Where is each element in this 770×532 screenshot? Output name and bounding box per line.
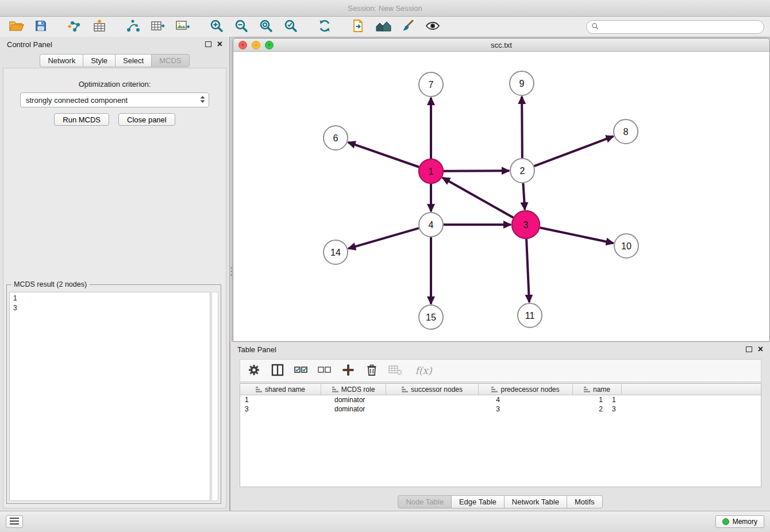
show-graphics-button[interactable] — [422, 18, 443, 36]
status-bar: Memory — [0, 511, 770, 532]
table-panel: Table Panel × f(x) shared nameMCDS roles… — [230, 342, 770, 511]
float-panel-icon[interactable] — [205, 41, 211, 47]
show-panels-button[interactable] — [6, 515, 23, 528]
graph-edge-1-6[interactable] — [348, 142, 419, 167]
column-header-predecessor-nodes[interactable]: predecessor nodes — [479, 384, 573, 395]
close-panel-icon[interactable]: × — [217, 40, 222, 48]
window-title: Session: New Session — [348, 4, 422, 13]
table-cell: 1 — [505, 395, 607, 404]
graph-node-2[interactable]: 2 — [510, 159, 534, 183]
graph-node-7[interactable]: 7 — [419, 72, 443, 97]
graph-edge-2-8[interactable] — [534, 136, 614, 166]
open-session-icon — [9, 20, 24, 34]
import-table-icon — [92, 19, 107, 34]
graph-node-10[interactable]: 10 — [614, 234, 638, 258]
save-session-button[interactable] — [30, 18, 51, 36]
network-canvas[interactable]: 7968124314101511 — [233, 52, 769, 341]
graph-node-11[interactable]: 11 — [518, 303, 542, 327]
mcds-result-title: MCDS result (2 nodes) — [11, 280, 89, 288]
close-window-icon[interactable]: × — [238, 41, 247, 49]
graph-edge-3-1[interactable] — [442, 178, 513, 217]
tab-node-table[interactable]: Node Table — [398, 495, 452, 508]
tab-select[interactable]: Select — [115, 54, 152, 67]
column-header-name[interactable]: name — [573, 384, 622, 395]
delete-column-button[interactable] — [364, 362, 380, 379]
svg-text:10: 10 — [621, 241, 632, 251]
run-mcds-button[interactable]: Run MCDS — [54, 113, 109, 126]
refresh-view-button[interactable] — [314, 18, 335, 36]
column-header-MCDS-role[interactable]: MCDS role — [321, 384, 386, 395]
tab-style[interactable]: Style — [83, 54, 116, 67]
import-network-button[interactable] — [64, 18, 85, 36]
export-table-button[interactable] — [148, 18, 168, 36]
mcds-panel: Optimization criterion: strongly connect… — [3, 68, 226, 508]
show-columns-button[interactable] — [270, 362, 286, 379]
graph-node-6[interactable]: 6 — [324, 126, 348, 150]
zoom-window-icon[interactable]: + — [265, 41, 274, 49]
open-session-button[interactable] — [6, 18, 26, 36]
graph-edge-4-14[interactable] — [348, 228, 419, 249]
search-input[interactable] — [602, 22, 759, 32]
zoom-fit-icon — [259, 19, 273, 34]
apply-style-button[interactable] — [398, 18, 418, 36]
close-panel-button[interactable]: Close panel — [118, 113, 175, 126]
zoom-in-button[interactable] — [206, 18, 227, 36]
tab-mcds[interactable]: MCDS — [151, 54, 189, 67]
column-header-shared-name[interactable]: shared name — [240, 384, 321, 395]
clone-network-button[interactable] — [348, 18, 369, 36]
zoom-selected-button[interactable] — [280, 18, 301, 36]
table-row[interactable]: 3dominator323 — [240, 404, 761, 414]
tab-network[interactable]: Network — [40, 54, 83, 67]
result-scrollbar[interactable] — [211, 292, 218, 501]
float-table-panel-icon[interactable] — [746, 346, 752, 352]
graph-node-3[interactable]: 3 — [512, 211, 540, 238]
svg-text:7: 7 — [429, 80, 434, 90]
clear-selection-button[interactable] — [317, 362, 333, 379]
graph-edge-2-9[interactable] — [522, 97, 522, 158]
zoom-out-button[interactable] — [231, 18, 252, 36]
graph-node-8[interactable]: 8 — [614, 119, 638, 144]
zoom-fit-button[interactable] — [256, 18, 276, 36]
graph-edge-3-10[interactable] — [540, 228, 613, 243]
add-column-button[interactable] — [340, 362, 356, 379]
show-columns-icon — [271, 364, 284, 378]
close-table-panel-icon[interactable]: × — [758, 345, 763, 353]
table-cell: 3 — [403, 404, 505, 414]
network-window-titlebar[interactable]: × − + scc.txt — [233, 38, 769, 52]
svg-text:8: 8 — [623, 127, 629, 137]
export-image-button[interactable] — [172, 18, 193, 36]
graph-node-1[interactable]: 1 — [419, 159, 443, 183]
function-builder-icon: f(x) — [415, 365, 432, 376]
sort-icon — [491, 387, 498, 392]
tab-network-table[interactable]: Network Table — [504, 495, 567, 508]
sort-icon — [402, 387, 408, 392]
gear-icon — [248, 364, 260, 378]
select-all-button[interactable] — [293, 362, 309, 379]
memory-indicator-icon — [722, 518, 729, 525]
graph-edge-3-11[interactable] — [526, 239, 529, 302]
table-row[interactable]: 1dominator411 — [240, 395, 761, 404]
graph-node-9[interactable]: 9 — [510, 71, 534, 95]
delete-table-button — [387, 362, 403, 379]
table-toolbar: f(x) — [240, 359, 761, 382]
new-network-button[interactable] — [123, 18, 144, 36]
graph-edge-1-2[interactable] — [444, 171, 509, 171]
memory-button[interactable]: Memory — [715, 515, 764, 528]
graph-node-4[interactable]: 4 — [419, 213, 443, 237]
tab-motifs[interactable]: Motifs — [567, 495, 603, 508]
select-all-icon — [294, 365, 308, 376]
graph-edge-2-3[interactable] — [523, 183, 525, 210]
graph-node-15[interactable]: 15 — [419, 305, 443, 329]
table-settings-button[interactable] — [246, 362, 262, 379]
result-line: 3 — [13, 303, 206, 313]
search-icon — [591, 22, 599, 32]
tab-edge-table[interactable]: Edge Table — [451, 495, 505, 508]
minimize-window-icon[interactable]: − — [252, 41, 260, 49]
zoom-out-icon — [234, 19, 248, 34]
network-window-title: scc.txt — [233, 41, 769, 49]
graph-node-14[interactable]: 14 — [324, 240, 348, 264]
column-header-successor-nodes[interactable]: successor nodes — [386, 384, 479, 395]
criterion-dropdown[interactable]: strongly connected component — [20, 92, 209, 107]
import-table-button[interactable] — [89, 18, 110, 36]
network-home-button[interactable] — [373, 18, 394, 36]
